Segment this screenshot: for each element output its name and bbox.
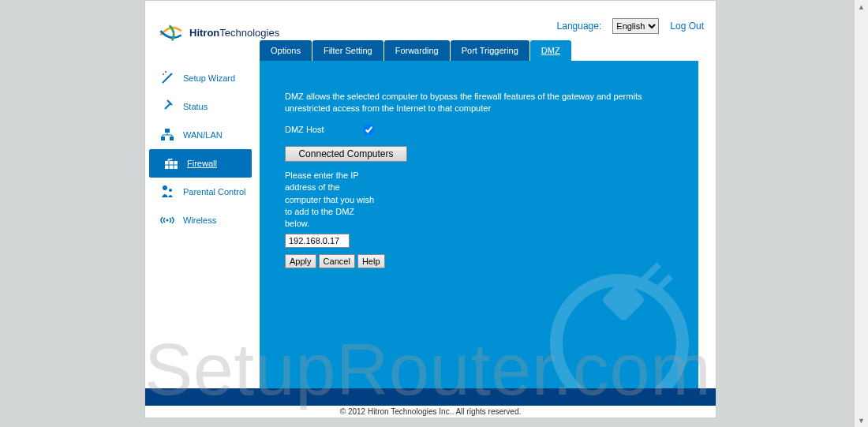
tab-forwarding[interactable]: Forwarding [384, 40, 450, 61]
connected-computers-button[interactable]: Connected Computers [285, 146, 407, 162]
sidebar-item-label: Setup Wizard [183, 73, 235, 83]
header-right: Language: English Log Out [557, 18, 704, 34]
wand-icon [159, 71, 175, 85]
cancel-button[interactable]: Cancel [319, 254, 355, 268]
language-label: Language: [557, 21, 602, 32]
wireless-icon [159, 213, 175, 227]
svg-line-0 [163, 73, 172, 83]
svg-point-15 [169, 189, 172, 192]
sidebar-item-wireless[interactable]: Wireless [145, 206, 260, 234]
sidebar-item-firewall[interactable]: Firewall [149, 149, 252, 178]
sidebar-item-setup-wizard[interactable]: Setup Wizard [145, 64, 260, 92]
ip-prompt: Please enter the IP address of the compu… [285, 170, 376, 230]
plug-icon [159, 99, 175, 114]
scroll-down-icon[interactable]: ▼ [855, 414, 868, 427]
sidebar-item-label: Firewall [187, 159, 217, 168]
page-scrollbar[interactable]: ▲ ▼ [855, 0, 868, 427]
scroll-up-icon[interactable]: ▲ [855, 0, 868, 13]
logo-swirl-icon [157, 21, 185, 44]
svg-point-2 [165, 71, 166, 73]
dmz-description: DMZ allows the selected computer to bypa… [285, 91, 672, 115]
logo-text: HitronTechnologies [189, 27, 279, 39]
svg-rect-4 [161, 137, 165, 140]
router-admin-frame: HitronTechnologies Language: English Log… [144, 0, 716, 418]
content: Options Filter Setting Forwarding Port T… [260, 40, 698, 398]
footer-bar [145, 388, 716, 406]
sidebar: Setup Wizard Status WAN/LAN Firewall Par… [145, 64, 260, 234]
svg-rect-3 [165, 129, 170, 133]
svg-rect-5 [170, 137, 174, 140]
sidebar-item-parental-control[interactable]: Parental Control [145, 178, 260, 206]
logout-link[interactable]: Log Out [670, 21, 704, 32]
tab-dmz[interactable]: DMZ [530, 40, 571, 61]
dmz-ip-input[interactable] [285, 234, 350, 248]
sidebar-item-status[interactable]: Status [145, 92, 260, 121]
firewall-icon [163, 156, 179, 170]
parental-icon [159, 185, 175, 199]
sidebar-item-label: Wireless [183, 215, 216, 225]
sidebar-item-label: Status [183, 102, 208, 111]
dmz-panel: DMZ allows the selected computer to bypa… [260, 61, 698, 399]
header: HitronTechnologies Language: English Log… [145, 1, 716, 40]
sidebar-item-label: WAN/LAN [183, 130, 223, 140]
tab-filter-setting[interactable]: Filter Setting [312, 40, 383, 61]
svg-line-19 [643, 264, 659, 280]
svg-point-1 [163, 73, 164, 75]
network-icon [159, 128, 175, 142]
sidebar-item-wanlan[interactable]: WAN/LAN [145, 121, 260, 149]
tab-bar: Options Filter Setting Forwarding Port T… [260, 40, 698, 61]
dmz-host-row: DMZ Host [285, 125, 673, 135]
tab-options[interactable]: Options [260, 40, 312, 61]
dmz-host-label: DMZ Host [285, 125, 324, 134]
svg-point-16 [166, 219, 169, 222]
background-plug-icon [533, 257, 698, 399]
help-button[interactable]: Help [357, 254, 385, 268]
tab-port-triggering[interactable]: Port Triggering [451, 40, 529, 61]
dmz-host-checkbox[interactable] [364, 125, 374, 135]
language-select[interactable]: English [612, 18, 659, 34]
copyright: © 2012 Hitron Technologies Inc.. All rig… [145, 406, 716, 418]
sidebar-item-label: Parental Control [183, 187, 246, 197]
svg-point-14 [163, 185, 167, 190]
apply-button[interactable]: Apply [285, 254, 316, 268]
